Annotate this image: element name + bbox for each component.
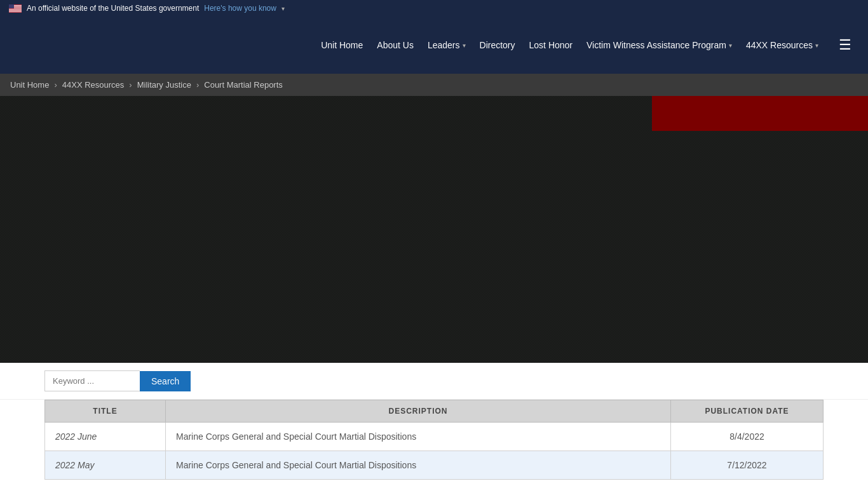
- chevron-down-icon: ▾: [729, 42, 732, 49]
- main-nav: Unit Home About Us Leaders ▾ Directory L…: [0, 17, 868, 74]
- nav-lost-honor[interactable]: Lost Honor: [523, 35, 579, 55]
- table-row: 2022 JuneMarine Corps General and Specia…: [45, 423, 824, 451]
- search-button[interactable]: Search: [140, 371, 191, 391]
- nav-leaders[interactable]: Leaders ▾: [421, 35, 472, 55]
- col-description: DESCRIPTION: [166, 400, 671, 423]
- cell-title: 2022 May: [45, 451, 166, 480]
- col-title: TITLE: [45, 400, 166, 423]
- hamburger-menu-button[interactable]: ☰: [835, 33, 855, 57]
- breadcrumb-unit-home[interactable]: Unit Home: [10, 80, 49, 90]
- nav-links: Unit Home About Us Leaders ▾ Directory L…: [315, 33, 855, 57]
- nav-unit-home[interactable]: Unit Home: [315, 35, 369, 55]
- nav-44xx-resources[interactable]: 44XX Resources ▾: [740, 35, 825, 55]
- breadcrumb-separator: ›: [54, 80, 57, 90]
- hero-section: [0, 96, 868, 363]
- cell-date: 8/4/2022: [671, 423, 824, 451]
- cell-description: Marine Corps General and Special Court M…: [166, 423, 671, 451]
- col-publication-date: PUBLICATION DATE: [671, 400, 824, 423]
- table-body: 2022 JuneMarine Corps General and Specia…: [45, 423, 824, 480]
- nav-about-us[interactable]: About Us: [370, 35, 420, 55]
- breadcrumb: Unit Home › 44XX Resources › Military Ju…: [0, 74, 868, 96]
- hero-red-accent: [652, 96, 868, 131]
- nav-victim-witness[interactable]: Victim Witness Assistance Program ▾: [580, 35, 738, 55]
- gov-banner: An official website of the United States…: [0, 0, 868, 17]
- cell-date: 7/12/2022: [671, 451, 824, 480]
- breadcrumb-military-justice[interactable]: Military Justice: [137, 80, 191, 90]
- us-flag-icon: [9, 4, 22, 13]
- nav-directory[interactable]: Directory: [473, 35, 522, 55]
- breadcrumb-current-page: Court Martial Reports: [204, 80, 283, 90]
- breadcrumb-separator: ›: [129, 80, 132, 90]
- chevron-down-icon: ▾: [815, 42, 818, 49]
- cell-description: Marine Corps General and Special Court M…: [166, 451, 671, 480]
- chevron-down-icon: ▾: [281, 5, 285, 12]
- search-section: Search: [0, 363, 868, 400]
- breadcrumb-44xx-resources[interactable]: 44XX Resources: [62, 80, 125, 90]
- table-section: TITLE DESCRIPTION PUBLICATION DATE 2022 …: [0, 400, 868, 488]
- table-row: 2022 MayMarine Corps General and Special…: [45, 451, 824, 480]
- breadcrumb-separator: ›: [196, 80, 199, 90]
- cell-title: 2022 June: [45, 423, 166, 451]
- court-martial-table: TITLE DESCRIPTION PUBLICATION DATE 2022 …: [44, 400, 824, 480]
- table-header-row: TITLE DESCRIPTION PUBLICATION DATE: [45, 400, 824, 423]
- chevron-down-icon: ▾: [463, 42, 466, 49]
- gov-banner-text: An official website of the United States…: [27, 4, 199, 13]
- table-header: TITLE DESCRIPTION PUBLICATION DATE: [45, 400, 824, 423]
- gov-banner-link[interactable]: Here's how you know: [204, 4, 276, 13]
- search-input[interactable]: [44, 370, 140, 391]
